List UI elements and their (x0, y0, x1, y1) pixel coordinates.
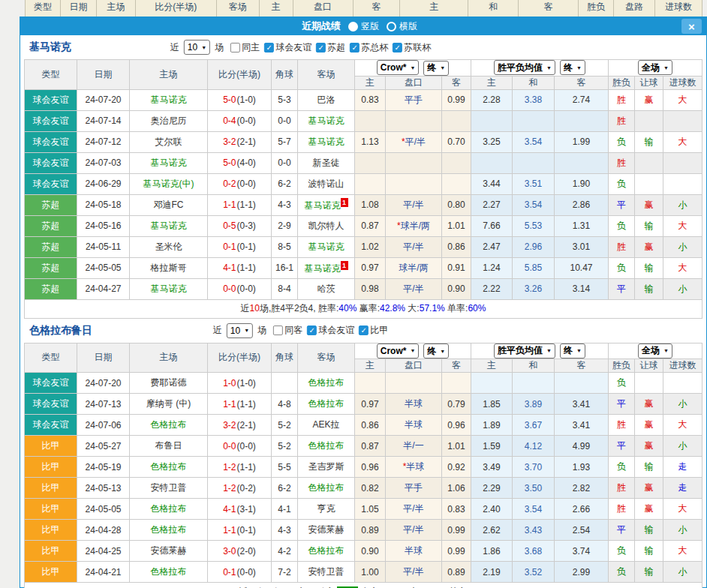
cell-text: 3.14 (573, 284, 590, 294)
cell-text: 2.86 (573, 200, 590, 210)
ah-line-cell: 平/半 (386, 520, 442, 541)
league-type-cell: 球会友谊 (25, 394, 77, 415)
handicap-result-cell: 输 (635, 541, 663, 562)
full-score: 0-4 (223, 116, 236, 126)
cell-text: 24-05-19 (85, 462, 121, 472)
score-cell: 1-1(1-1) (208, 194, 272, 215)
result-text: 赢 (645, 482, 654, 493)
odds-company-select[interactable]: Crow*▼ (377, 60, 420, 75)
column-subheader: 进球数 (663, 76, 702, 89)
odds-time-select[interactable]: 终▼ (423, 61, 449, 76)
cell-text: 10.47 (570, 262, 592, 273)
league-filter-checkbox[interactable]: 球会友谊 (264, 41, 311, 54)
euro-draw-odds-cell: 3.51 (513, 173, 555, 194)
ah-home-odds-cell: 0.87 (355, 436, 386, 457)
result-cell: 负 (609, 257, 635, 278)
match-row: 球会友谊24-07-13摩纳哥 (中)1-1(1-1)4-8色格拉布0.97半球… (25, 394, 702, 415)
layout-vertical-radio[interactable]: 竖版 (348, 20, 379, 33)
away-team-cell: 亨克 (298, 499, 355, 520)
euro-draw-odds-cell: 3.50 (513, 478, 555, 499)
ah-home-odds-cell: 0.83 (355, 89, 386, 110)
cell-text: 2.82 (573, 483, 590, 494)
league-type-cell: 球会友谊 (25, 89, 77, 110)
handicap-result-cell: 输 (635, 131, 663, 152)
team-name: 色格拉布 (151, 503, 187, 514)
goals-result-cell: 小 (663, 520, 702, 541)
goals-result-cell: 小 (663, 394, 702, 415)
recent-count-select[interactable]: 10▼ (184, 40, 210, 55)
home-team-cell: 安特卫普 (130, 478, 208, 499)
full-score: 1-0 (223, 378, 236, 388)
score-cell: 0-5(0-3) (208, 215, 272, 236)
results-table: 类型日期主场比分(半场)角球客场Crow*▼终▼胜平负均值▼终▼全场▼主盘口客主… (24, 59, 702, 319)
league-type-label: 比甲 (42, 545, 60, 556)
euro-mean-select[interactable]: 胜平负均值▼ (494, 60, 555, 75)
league-type-label: 比甲 (42, 461, 60, 472)
euro-time-select[interactable]: 终▼ (560, 344, 585, 358)
cell-text: 3.25 (483, 136, 500, 147)
euro-time-select[interactable]: 终▼ (560, 60, 585, 75)
euro-home-odds-cell: 2.40 (471, 499, 513, 520)
ah-home-odds-cell (355, 373, 386, 394)
result-text: 小 (678, 566, 687, 577)
recent-count-select[interactable]: 10▼ (227, 323, 253, 338)
bg-header-label: 进球数 (665, 1, 692, 14)
league-type-cell: 球会友谊 (25, 131, 77, 152)
corners-cell: 0-0 (272, 152, 298, 173)
league-filter-checkbox[interactable]: 比甲 (359, 324, 388, 337)
cell-text: 0.99 (447, 525, 465, 536)
team-name: 基马诺克 (305, 200, 341, 211)
league-type-cell: 苏超 (25, 257, 77, 278)
chevron-down-icon: ▼ (410, 65, 415, 70)
odds-company-select[interactable]: Crow*▼ (377, 344, 420, 358)
goals-scope-select[interactable]: 全场▼ (638, 60, 672, 75)
league-filter-checkbox[interactable]: 苏总杯 (350, 41, 388, 54)
result-cell: 负 (609, 215, 635, 236)
league-filter-checkbox[interactable]: 苏联杯 (393, 41, 431, 54)
home-team-cell: 摩纳哥 (中) (130, 394, 208, 415)
odds-time-select[interactable]: 终▼ (423, 344, 449, 358)
score-cell: 4-1(1-1) (208, 257, 272, 278)
goals-scope-select[interactable]: 全场▼ (638, 344, 672, 358)
league-type-label: 苏超 (42, 200, 60, 210)
cell-text: 24-06-29 (85, 178, 121, 189)
handicap-result-cell: 赢 (635, 194, 663, 215)
euro-time-select-value: 终 (564, 62, 573, 74)
close-button[interactable]: × (681, 19, 702, 34)
header-controls: 全场▼ (609, 343, 702, 359)
summary-segment: 57.1% (420, 303, 445, 314)
ah-away-odds-cell: 0.96 (442, 415, 471, 436)
bg-header-cell: 进球数 (655, 0, 702, 16)
same-venue-checkbox[interactable]: 同客 (273, 324, 302, 337)
cell-text: 4-8 (278, 399, 290, 410)
euro-home-odds-cell (471, 152, 513, 173)
team-name: 基马诺克 (151, 284, 187, 294)
result-text: 赢 (645, 200, 654, 210)
half-score: (2-1) (237, 136, 256, 147)
match-date-cell: 24-04-27 (77, 278, 130, 299)
goals-result-cell (663, 173, 702, 194)
layout-horizontal-radio[interactable]: 横版 (387, 20, 417, 33)
league-filter-checkbox-label: 苏超 (327, 41, 345, 54)
result-text: 胜 (617, 503, 626, 514)
same-venue-checkbox[interactable]: 同主 (230, 41, 260, 54)
league-filter-checkbox[interactable]: 苏超 (316, 41, 345, 54)
full-score: 4-1 (223, 504, 236, 514)
match-row: 苏超24-05-11圣米伦0-1(0-1)8-5基马诺克1.02平/半0.862… (25, 236, 702, 257)
cell-text: 0.83 (447, 504, 465, 514)
ah-home-odds-cell (355, 173, 386, 194)
goals-result-cell: 走 (663, 478, 702, 499)
euro-home-odds-cell: 2.19 (471, 562, 513, 583)
euro-time-select-value: 终 (564, 344, 573, 357)
euro-mean-select[interactable]: 胜平负均值▼ (494, 344, 555, 358)
league-filter-checkbox[interactable]: 球会友谊 (307, 324, 354, 337)
full-score: 0-2 (223, 178, 236, 189)
cell-text: 1.08 (361, 200, 378, 210)
ah-home-odds-cell: 0.97 (355, 394, 386, 415)
half-score: (2-1) (237, 420, 256, 430)
cell-text: 0.86 (447, 242, 465, 252)
half-score: (0-1) (237, 242, 256, 252)
checkbox-checked-icon (307, 326, 317, 335)
ah-home-odds-cell: 1.13 (355, 131, 386, 152)
bg-header-cell: 主 (260, 0, 293, 16)
